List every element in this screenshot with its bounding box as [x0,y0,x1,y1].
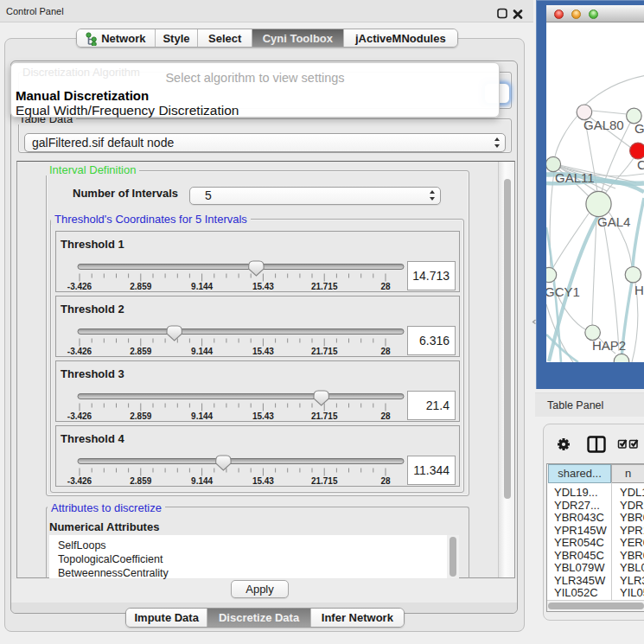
svg-text:GAL11: GAL11 [555,170,595,185]
svg-text:21.715: 21.715 [311,347,338,356]
svg-text:2.859: 2.859 [130,282,151,291]
svg-text:21.715: 21.715 [311,411,338,421]
svg-text:H: H [634,283,644,297]
svg-text:15.43: 15.43 [252,347,274,356]
svg-text:-3.426: -3.426 [67,476,92,486]
svg-text:HAP2: HAP2 [592,338,626,353]
svg-text:-3.426: -3.426 [67,282,92,291]
svg-text:2.859: 2.859 [130,476,151,486]
svg-text:GA: GA [634,121,644,136]
svg-text:21.715: 21.715 [311,476,338,486]
svg-text:15.43: 15.43 [252,476,274,486]
svg-text:GCY1: GCY1 [546,284,580,299]
svg-text:-3.426: -3.426 [67,411,92,421]
svg-text:9.144: 9.144 [191,411,213,421]
svg-text:9.144: 9.144 [191,476,213,486]
svg-text:15.43: 15.43 [252,411,274,421]
svg-text:GAL80: GAL80 [583,118,624,132]
svg-text:2.859: 2.859 [130,347,151,356]
svg-text:28: 28 [380,411,391,421]
svg-text:15.43: 15.43 [252,282,274,291]
svg-text:GAL4: GAL4 [597,214,630,229]
svg-text:28: 28 [380,476,391,486]
svg-text:-3.426: -3.426 [67,347,92,356]
svg-text:28: 28 [380,347,391,356]
svg-text:2.859: 2.859 [130,411,151,421]
svg-text:9.144: 9.144 [191,347,213,356]
svg-text:C: C [637,157,644,172]
svg-text:9.144: 9.144 [191,282,213,291]
svg-text:28: 28 [380,282,391,291]
svg-text:21.715: 21.715 [311,282,338,291]
